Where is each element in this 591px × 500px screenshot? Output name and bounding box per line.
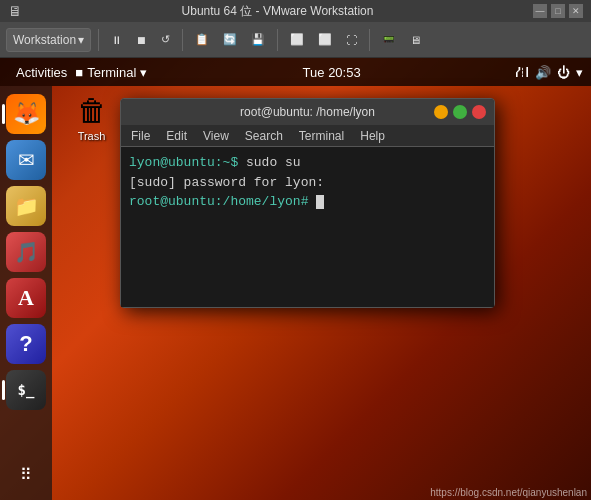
- view-button2[interactable]: ⬜: [313, 30, 337, 49]
- send-icon: 💾: [251, 33, 265, 46]
- watermark: https://blog.csdn.net/qianyushenlan: [430, 487, 587, 498]
- terminal-menubar: File Edit View Search Terminal Help: [121, 125, 494, 147]
- vmware-icon: 🖥: [8, 3, 22, 19]
- firefox-icon: 🦊: [13, 101, 40, 127]
- vmware-titlebar: 🖥 Ubuntu 64 位 - VMware Workstation — □ ✕: [0, 0, 591, 22]
- fullscreen-icon: ⛶: [346, 34, 357, 46]
- terminal-line-1: lyon@ubuntu:~$ sudo su: [129, 153, 486, 173]
- window-controls: — □ ✕: [533, 4, 583, 18]
- maximize-button[interactable]: □: [551, 4, 565, 18]
- panel-right-icons: ⛙ 🔊 ⏻ ▾: [516, 65, 583, 80]
- snapshot-icon: 📋: [195, 33, 209, 46]
- ubuntu-dock: 🦊 ✉ 📁 🎵 A ? $_ ⠿: [0, 86, 52, 500]
- activities-button[interactable]: Activities: [8, 65, 75, 80]
- terminal-menu-view[interactable]: View: [197, 128, 235, 144]
- app-name-label: Terminal: [87, 65, 136, 80]
- console-button[interactable]: 📟: [377, 30, 401, 49]
- help-icon: ?: [19, 331, 32, 357]
- ubuntu-panel: Activities ■ Terminal ▾ Tue 20:53 ⛙ 🔊 ⏻ …: [0, 58, 591, 86]
- show-apps-button[interactable]: ⠿: [6, 454, 46, 494]
- terminal-icon: $_: [18, 382, 35, 398]
- revert-button[interactable]: 🔄: [218, 30, 242, 49]
- panel-clock: Tue 20:53: [147, 65, 516, 80]
- vmware-title: Ubuntu 64 位 - VMware Workstation: [28, 3, 527, 20]
- workstation-dropdown[interactable]: Workstation ▾: [6, 28, 91, 52]
- minimize-button[interactable]: —: [533, 4, 547, 18]
- toolbar-separator-2: [182, 29, 183, 51]
- dock-item-font[interactable]: A: [6, 278, 46, 318]
- app-dropdown-arrow: ▾: [140, 65, 147, 80]
- power-icon[interactable]: ⏻: [557, 65, 570, 80]
- ubuntu-desktop: Activities ■ Terminal ▾ Tue 20:53 ⛙ 🔊 ⏻ …: [0, 58, 591, 500]
- dock-item-firefox[interactable]: 🦊: [6, 94, 46, 134]
- stop-icon: ⏹: [136, 34, 147, 46]
- terminal-menu-edit[interactable]: Edit: [160, 128, 193, 144]
- terminal-close-button[interactable]: [472, 105, 486, 119]
- dropdown-arrow: ▾: [78, 33, 84, 47]
- dock-item-mail[interactable]: ✉: [6, 140, 46, 180]
- dock-item-files[interactable]: 📁: [6, 186, 46, 226]
- view-button1[interactable]: ⬜: [285, 30, 309, 49]
- terminal-body[interactable]: lyon@ubuntu:~$ sudo su [sudo] password f…: [121, 147, 494, 307]
- terminal-menu-search[interactable]: Search: [239, 128, 289, 144]
- stop-button[interactable]: ⏹: [131, 31, 152, 49]
- snapshot-button[interactable]: 📋: [190, 30, 214, 49]
- terminal-icon-small: ■: [75, 65, 83, 80]
- toolbar-separator-4: [369, 29, 370, 51]
- dock-item-help[interactable]: ?: [6, 324, 46, 364]
- font-icon: A: [18, 285, 34, 311]
- close-button[interactable]: ✕: [569, 4, 583, 18]
- files-icon: 📁: [14, 194, 39, 218]
- terminal-menu-help[interactable]: Help: [354, 128, 391, 144]
- view-icon1: ⬜: [290, 33, 304, 46]
- trash-label: Trash: [78, 130, 106, 142]
- terminal-line-2: [sudo] password for lyon:: [129, 173, 486, 193]
- terminal-maximize-button[interactable]: [453, 105, 467, 119]
- terminal-cursor: [316, 195, 324, 209]
- vmware-toolbar: Workstation ▾ ⏸ ⏹ ↺ 📋 🔄 💾 ⬜ ⬜ ⛶ 📟 🖥: [0, 22, 591, 58]
- network-icon[interactable]: ⛙: [516, 65, 529, 80]
- console-icon: 📟: [382, 33, 396, 46]
- display-icon: 🖥: [410, 34, 421, 46]
- view-icon2: ⬜: [318, 33, 332, 46]
- terminal-menu-file[interactable]: File: [125, 128, 156, 144]
- workstation-label: Workstation: [13, 33, 76, 47]
- apps-grid-icon: ⠿: [20, 465, 32, 484]
- system-arrow-icon[interactable]: ▾: [576, 65, 583, 80]
- terminal-controls: [434, 105, 486, 119]
- reset-icon: ↺: [161, 33, 170, 46]
- prompt-1: lyon@ubuntu:~$: [129, 155, 238, 170]
- terminal-minimize-button[interactable]: [434, 105, 448, 119]
- music-icon: 🎵: [14, 240, 39, 264]
- mail-icon: ✉: [18, 148, 35, 172]
- dock-item-terminal[interactable]: $_: [6, 370, 46, 410]
- prompt-3: root@ubuntu:/home/lyon#: [129, 194, 308, 209]
- terminal-title: root@ubuntu: /home/lyon: [129, 105, 486, 119]
- dock-item-music[interactable]: 🎵: [6, 232, 46, 272]
- terminal-line-3: root@ubuntu:/home/lyon#: [129, 192, 486, 212]
- pause-button[interactable]: ⏸: [106, 31, 127, 49]
- toolbar-separator-1: [98, 29, 99, 51]
- terminal-menu-terminal[interactable]: Terminal: [293, 128, 350, 144]
- reset-button[interactable]: ↺: [156, 30, 175, 49]
- trash-desktop-icon[interactable]: 🗑 Trash: [64, 94, 119, 142]
- app-name-menu[interactable]: ■ Terminal ▾: [75, 65, 147, 80]
- pause-icon: ⏸: [111, 34, 122, 46]
- revert-icon: 🔄: [223, 33, 237, 46]
- send-button[interactable]: 💾: [246, 30, 270, 49]
- terminal-window: root@ubuntu: /home/lyon File Edit View S…: [120, 98, 495, 308]
- volume-icon[interactable]: 🔊: [535, 65, 551, 80]
- toolbar-separator-3: [277, 29, 278, 51]
- fullscreen-button[interactable]: ⛶: [341, 31, 362, 49]
- trash-icon-img: 🗑: [77, 94, 107, 128]
- display-button[interactable]: 🖥: [405, 31, 426, 49]
- terminal-titlebar: root@ubuntu: /home/lyon: [121, 99, 494, 125]
